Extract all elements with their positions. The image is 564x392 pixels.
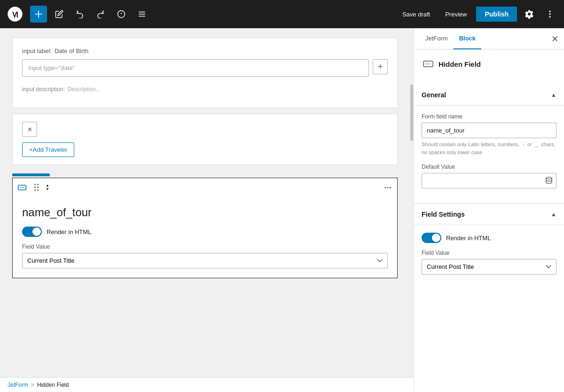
- main-layout: input label: Date of Birth Input type="d…: [0, 28, 564, 392]
- field-settings-chevron-icon: ▲: [551, 211, 556, 218]
- form-field-name-label: Form field name: [422, 113, 556, 120]
- scrollbar-thumb[interactable]: [410, 85, 413, 141]
- toolbar: Save draft Preview Publish: [0, 0, 564, 28]
- list-view-button[interactable]: [133, 6, 150, 23]
- render-html-toggle[interactable]: [22, 227, 42, 237]
- sidebar-field-value-label: Field Value: [422, 250, 556, 256]
- input-desc-prefix: input description:: [22, 86, 65, 93]
- hidden-field-block: name_of_tour Render in HTML Field Value …: [12, 196, 398, 278]
- drag-handle[interactable]: [31, 180, 42, 195]
- block-icon: [15, 180, 30, 195]
- move-up-down-button[interactable]: [43, 180, 52, 195]
- date-of-birth-block: input label: Date of Birth Input type="d…: [12, 38, 398, 108]
- sidebar-toggle-thumb: [432, 234, 440, 242]
- svg-point-7: [549, 13, 550, 15]
- tab-jetform[interactable]: JetForm: [420, 28, 454, 49]
- render-html-row: Render in HTML: [22, 227, 388, 237]
- edit-button[interactable]: [51, 6, 68, 23]
- add-input-button[interactable]: +: [373, 59, 388, 74]
- field-settings-section-title: Field Settings: [422, 211, 465, 218]
- database-icon: [545, 176, 553, 185]
- svg-point-11: [384, 187, 386, 188]
- info-button[interactable]: [113, 6, 130, 23]
- scrollbar-track[interactable]: [410, 28, 414, 392]
- repeater-remove-button[interactable]: ✕: [22, 122, 37, 137]
- hidden-field-sidebar-icon: [422, 57, 435, 71]
- default-value-group: Default Value: [422, 164, 556, 188]
- svg-point-6: [549, 11, 550, 12]
- sidebar-render-html-toggle[interactable]: [422, 233, 441, 243]
- sidebar: JetForm Block ✕ Hidden Field General ▲ F…: [414, 28, 564, 392]
- repeater-block: ✕ +Add Traveler: [12, 114, 398, 165]
- add-block-button[interactable]: [30, 6, 47, 23]
- undo-button[interactable]: [71, 6, 88, 23]
- general-section-title: General: [422, 91, 446, 99]
- sidebar-header-section: Hidden Field: [414, 50, 564, 85]
- selected-block-tab: [12, 173, 50, 176]
- sidebar-section-title: Hidden Field: [439, 60, 481, 68]
- breadcrumb: JetForm > Hidden Field: [0, 377, 414, 392]
- field-settings-section-header[interactable]: Field Settings ▲: [414, 204, 564, 225]
- sidebar-render-html-label: Render in HTML: [446, 235, 491, 242]
- form-field-name-hint: Should contain only Latin letters, numbe…: [422, 141, 556, 156]
- wp-logo: [6, 0, 24, 28]
- redo-button[interactable]: [92, 6, 109, 23]
- close-sidebar-button[interactable]: ✕: [551, 28, 558, 49]
- field-settings-section: Field Settings ▲ Render in HTML Field Va…: [414, 204, 564, 282]
- default-value-row: [422, 173, 556, 188]
- editor-area[interactable]: input label: Date of Birth Input type="d…: [0, 28, 410, 392]
- breadcrumb-parent-link[interactable]: JetForm: [8, 382, 28, 388]
- general-chevron-icon: ▲: [551, 92, 556, 98]
- date-input-placeholder: Input type="date": [28, 64, 75, 71]
- preview-button[interactable]: Preview: [439, 8, 472, 21]
- hidden-field-name: name_of_tour: [22, 206, 388, 219]
- sidebar-field-value-select[interactable]: Current Post TitleCurrent Post IDCurrent…: [422, 259, 556, 274]
- breadcrumb-current: Hidden Field: [37, 382, 69, 388]
- general-section-header[interactable]: General ▲: [414, 85, 564, 106]
- field-value-label: Field Value: [22, 243, 388, 250]
- field-value-select[interactable]: Current Post Title: [22, 253, 388, 268]
- more-options-button[interactable]: [541, 6, 558, 23]
- editor-content: input label: Date of Birth Input type="d…: [12, 38, 398, 278]
- save-draft-button[interactable]: Save draft: [397, 8, 436, 21]
- toolbar-right: Save draft Preview Publish: [397, 6, 558, 23]
- block-more-options-button[interactable]: [380, 180, 395, 195]
- sidebar-tabs: JetForm Block ✕: [414, 28, 564, 50]
- toggle-thumb: [32, 227, 41, 236]
- svg-point-12: [387, 187, 389, 188]
- add-traveler-button[interactable]: +Add Traveler: [22, 142, 74, 157]
- render-html-label: Render in HTML: [47, 228, 91, 235]
- breadcrumb-separator: >: [31, 382, 34, 388]
- date-input-box: Input type="date": [22, 59, 369, 77]
- sidebar-render-html-row: Render in HTML: [422, 233, 556, 243]
- input-label-value: Date of Birth: [55, 47, 88, 55]
- general-section-body: Form field name Should contain only Lati…: [414, 106, 564, 204]
- selected-block-wrapper: name_of_tour Render in HTML Field Value …: [12, 171, 398, 278]
- form-field-name-input[interactable]: [422, 123, 556, 138]
- move-down-icon: [46, 188, 49, 191]
- block-toolbar: [12, 178, 398, 196]
- input-label-row: input label: Date of Birth: [22, 47, 388, 55]
- default-value-label: Default Value: [422, 164, 556, 170]
- publish-button[interactable]: Publish: [476, 7, 517, 22]
- input-desc-value: Description...: [68, 86, 101, 93]
- form-field-name-group: Form field name Should contain only Lati…: [422, 113, 556, 156]
- svg-point-13: [390, 187, 391, 188]
- input-desc-row: input description: Description...: [22, 86, 388, 93]
- field-settings-body: Render in HTML Field Value Current Post …: [414, 225, 564, 282]
- input-label-prefix: input label:: [22, 47, 52, 55]
- svg-point-16: [546, 177, 552, 179]
- settings-button[interactable]: [521, 6, 538, 23]
- default-value-input[interactable]: [422, 173, 556, 188]
- tab-block[interactable]: Block: [454, 28, 481, 49]
- sidebar-section-header: Hidden Field: [422, 57, 556, 71]
- svg-point-8: [549, 16, 550, 17]
